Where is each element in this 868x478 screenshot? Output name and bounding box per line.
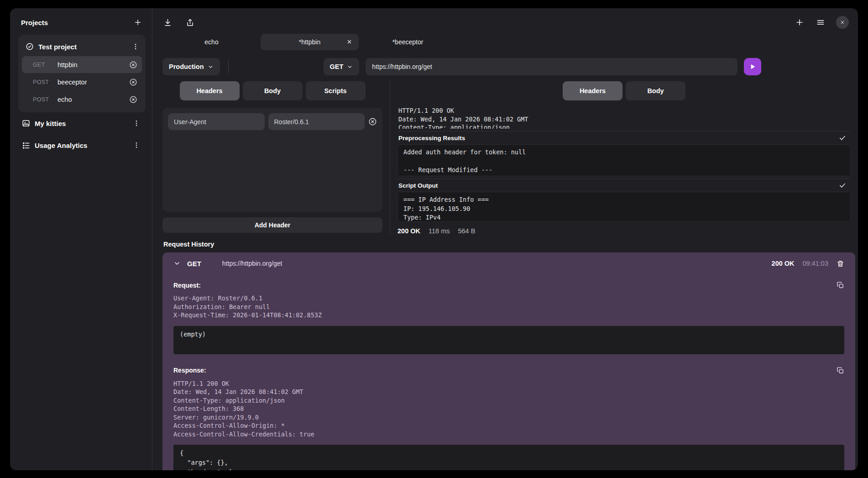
remove-request-button[interactable] <box>129 78 137 86</box>
project-name: Test project <box>38 43 77 51</box>
tab-request-scripts[interactable]: Scripts <box>306 81 366 100</box>
history-response-section: Response: <box>173 367 844 374</box>
url-input[interactable] <box>366 58 737 75</box>
tab-label: *httpbin <box>299 38 320 46</box>
sidebar-item-echo[interactable]: POST echo <box>22 91 142 108</box>
script-output-text: === IP Address Info === IP: 195.146.105.… <box>397 192 851 222</box>
new-tab-button[interactable] <box>794 17 805 28</box>
tab-request-body[interactable]: Body <box>243 81 303 100</box>
request-editor-tabs: Headers Body Scripts <box>162 81 382 100</box>
image-icon <box>22 119 30 127</box>
close-tab-button[interactable] <box>346 39 352 45</box>
sidebar-item-my-kitties[interactable]: My kitties <box>18 112 146 134</box>
tab-strip: echo *httpbin *beeceptor <box>152 33 858 51</box>
request-label: Request: <box>173 282 201 289</box>
list-icon <box>22 141 30 149</box>
app-window: Projects Test project GET httpbin <box>10 8 858 470</box>
request-name-label: echo <box>58 96 72 103</box>
header-value-input[interactable] <box>268 113 365 130</box>
tab-response-body[interactable]: Body <box>626 81 685 100</box>
sidebar-section-label: My kitties <box>35 120 66 127</box>
menu-icon <box>816 18 825 27</box>
history-method: GET <box>187 260 201 268</box>
request-name-label: httpbin <box>58 61 78 68</box>
import-button[interactable] <box>162 17 173 28</box>
headers-list <box>162 108 382 212</box>
close-icon <box>346 39 352 45</box>
script-output-section-header: Script Output <box>397 179 851 192</box>
tab-beeceptor[interactable]: *beeceptor <box>359 34 457 50</box>
menu-button[interactable] <box>815 17 826 28</box>
history-status: 200 OK <box>772 260 795 267</box>
history-request-section: Request: <box>173 281 844 289</box>
history-request-headers: User-Agent: Roster/0.6.1 Authorization: … <box>173 294 844 320</box>
close-window-button[interactable] <box>836 16 849 29</box>
history-url: https://httpbin.org/get <box>222 260 282 267</box>
plus-icon <box>134 18 142 26</box>
tab-httpbin[interactable]: *httpbin <box>261 34 359 50</box>
remove-header-button[interactable] <box>368 117 377 126</box>
add-project-button[interactable] <box>133 17 143 27</box>
sidebar-item-usage-analytics[interactable]: Usage Analytics <box>18 134 146 156</box>
request-method-label: POST <box>33 96 58 103</box>
share-icon <box>186 18 194 27</box>
response-tabs: Headers Body <box>397 81 851 100</box>
history-response-headers: HTTP/1.1 200 OK Date: Wed, 14 Jan 2026 0… <box>173 379 844 439</box>
tab-request-headers[interactable]: Headers <box>180 81 240 100</box>
request-history-title: Request History <box>162 241 858 248</box>
script-output-title: Script Output <box>398 182 438 189</box>
divider <box>228 60 229 74</box>
check-icon <box>839 182 846 189</box>
header-key-input[interactable] <box>168 113 265 130</box>
method-dropdown[interactable]: GET <box>324 58 360 75</box>
close-icon <box>840 20 845 25</box>
remove-circle-icon <box>368 117 377 126</box>
preprocessing-title: Preprocessing Results <box>398 135 465 142</box>
status-time: 118 ms <box>429 227 450 235</box>
request-response-panels: Headers Body Scripts Add Header <box>152 81 858 235</box>
copy-icon <box>837 281 844 289</box>
environment-dropdown[interactable]: Production <box>162 58 220 75</box>
request-history: Request History GET https://httpbin.org/… <box>152 241 858 470</box>
preprocessing-output: Added auth header for token: null --- Re… <box>397 144 851 176</box>
copy-request-button[interactable] <box>837 281 844 289</box>
send-button[interactable] <box>744 58 761 75</box>
remove-request-button[interactable] <box>129 61 137 69</box>
history-entry-card: GET https://httpbin.org/get 200 OK 09:41… <box>162 252 855 470</box>
trash-icon <box>837 260 844 268</box>
history-request-body: (empty) <box>173 326 844 354</box>
panel-divider <box>390 81 390 235</box>
header-row <box>168 113 377 130</box>
main-area: echo *httpbin *beeceptor Production GET <box>152 8 858 470</box>
status-code: 200 OK <box>397 227 420 235</box>
collapse-entry-button[interactable] <box>173 260 181 267</box>
project-group-header[interactable]: Test project <box>22 38 142 56</box>
add-header-button[interactable]: Add Header <box>162 217 382 233</box>
history-entry-header[interactable]: GET https://httpbin.org/get 200 OK 09:41… <box>173 252 844 274</box>
tab-echo[interactable]: echo <box>162 34 261 50</box>
chevron-down-icon <box>208 64 214 70</box>
check-icon <box>839 134 846 142</box>
method-label: GET <box>330 63 344 70</box>
play-icon <box>749 63 756 70</box>
remove-request-button[interactable] <box>129 95 137 104</box>
copy-response-button[interactable] <box>837 367 844 374</box>
response-headers-text: HTTP/1.1 200 OK Date: Wed, 14 Jan 2026 0… <box>397 106 851 129</box>
plus-icon <box>795 18 804 27</box>
sidebar-section-label: Usage Analytics <box>35 142 87 149</box>
kebab-icon <box>132 43 139 50</box>
sidebar-item-beeceptor[interactable]: POST beeceptor <box>22 74 142 90</box>
sidebar-item-httpbin[interactable]: GET httpbin <box>22 56 142 73</box>
preprocessing-section-header: Preprocessing Results <box>397 131 851 144</box>
tab-response-headers[interactable]: Headers <box>563 81 622 100</box>
section-menu-button[interactable] <box>132 141 141 150</box>
response-label: Response: <box>173 367 206 374</box>
project-menu-button[interactable] <box>131 42 140 51</box>
remove-circle-icon <box>129 78 137 86</box>
export-button[interactable] <box>185 17 195 28</box>
request-method-label: GET <box>33 62 58 68</box>
tab-label: *beeceptor <box>392 38 424 46</box>
delete-entry-button[interactable] <box>837 260 844 268</box>
section-menu-button[interactable] <box>132 119 141 128</box>
response-panel: Headers Body HTTP/1.1 200 OK Date: Wed, … <box>397 81 858 235</box>
